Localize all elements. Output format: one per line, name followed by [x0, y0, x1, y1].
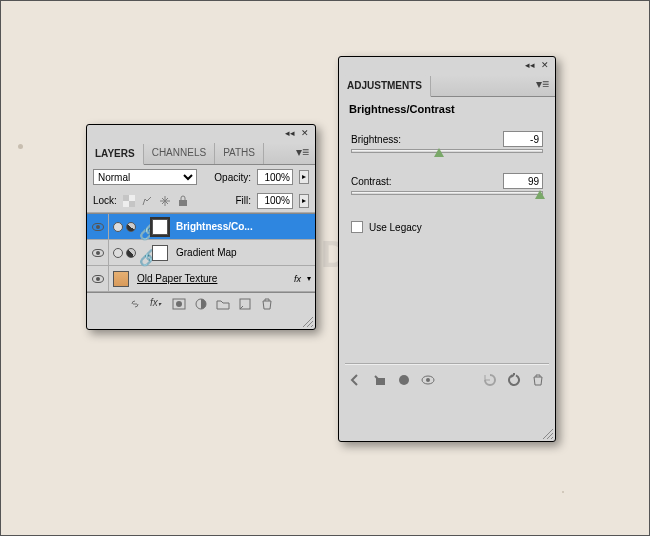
panel-menu-icon[interactable]: ▾≡ — [290, 143, 315, 164]
panel-menu-icon[interactable]: ▾≡ — [530, 75, 555, 96]
use-legacy-checkbox[interactable] — [351, 221, 363, 233]
view-previous-icon[interactable] — [397, 373, 411, 387]
slider-thumb[interactable] — [434, 148, 444, 157]
blend-mode-select[interactable]: Normal — [93, 169, 197, 185]
visibility-toggle[interactable] — [87, 240, 109, 265]
bg-speck — [18, 144, 23, 149]
link-layers-icon[interactable] — [128, 297, 142, 311]
clip-to-layer-icon[interactable] — [373, 373, 387, 387]
close-icon[interactable]: ✕ — [538, 59, 551, 72]
reset-icon[interactable] — [507, 373, 521, 387]
svg-rect-4 — [179, 200, 187, 206]
resize-grip[interactable] — [301, 315, 313, 327]
mask-thumbnail[interactable] — [152, 245, 168, 261]
adjustment-icon — [126, 222, 136, 232]
visibility-toggle[interactable] — [87, 266, 109, 291]
panel-tabbar: LAYERS CHANNELS PATHS ▾≡ — [87, 143, 315, 165]
bg-speck — [562, 491, 564, 493]
eye-icon — [92, 275, 104, 283]
brightness-input[interactable] — [503, 131, 543, 147]
contrast-label: Contrast: — [351, 176, 392, 187]
new-layer-icon[interactable] — [238, 297, 252, 311]
layer-row-old-paper-texture[interactable]: Old Paper Texture fx ▾ — [87, 266, 315, 292]
lock-transparency-icon[interactable] — [123, 195, 135, 207]
group-icon[interactable] — [216, 297, 230, 311]
opacity-label: Opacity: — [214, 172, 251, 183]
lock-position-icon[interactable] — [159, 195, 171, 207]
fx-label: fx — [294, 274, 303, 284]
fx-icon[interactable]: fx▾ — [150, 297, 164, 311]
eye-icon — [92, 249, 104, 257]
lock-pixels-icon[interactable] — [141, 195, 153, 207]
close-icon[interactable]: ✕ — [298, 127, 311, 140]
opacity-flyout[interactable]: ▸ — [299, 170, 309, 184]
fx-expand-icon[interactable]: ▾ — [303, 274, 315, 283]
contrast-slider[interactable] — [351, 191, 543, 195]
link-icon: 🔗 — [139, 222, 149, 232]
visibility-toggle[interactable] — [87, 214, 109, 239]
contrast-input[interactable] — [503, 173, 543, 189]
smart-filter-icon — [113, 248, 123, 258]
mask-thumbnail[interactable] — [152, 219, 168, 235]
svg-rect-2 — [129, 195, 135, 201]
mask-icon[interactable] — [172, 297, 186, 311]
svg-point-6 — [176, 301, 182, 307]
collapse-icon[interactable]: ◂◂ — [283, 127, 296, 140]
adjustments-panel: ◂◂ ✕ ADJUSTMENTS ▾≡ Brightness/Contrast … — [338, 56, 556, 442]
fill-input[interactable] — [257, 193, 293, 209]
fill-flyout[interactable]: ▸ — [299, 194, 309, 208]
back-icon[interactable] — [349, 373, 363, 387]
smart-object-thumbnail[interactable] — [113, 271, 129, 287]
lock-label: Lock: — [93, 195, 117, 206]
layer-row-gradient-map[interactable]: 🔗 Gradient Map — [87, 240, 315, 266]
layers-panel: ◂◂ ✕ LAYERS CHANNELS PATHS ▾≡ Normal Opa… — [86, 124, 316, 330]
resize-grip[interactable] — [541, 427, 553, 439]
adjustment-title: Brightness/Contrast — [339, 97, 555, 125]
reset-previous-icon[interactable] — [483, 373, 497, 387]
opacity-input[interactable] — [257, 169, 293, 185]
brightness-slider[interactable] — [351, 149, 543, 153]
adjustment-icon — [126, 248, 136, 258]
collapse-icon[interactable]: ◂◂ — [523, 59, 536, 72]
trash-icon[interactable] — [531, 373, 545, 387]
use-legacy-label: Use Legacy — [369, 222, 422, 233]
lock-all-icon[interactable] — [177, 195, 189, 207]
trash-icon[interactable] — [260, 297, 274, 311]
layer-row-brightness-contrast[interactable]: 🔗 Brightness/Co... — [87, 214, 315, 240]
tab-paths[interactable]: PATHS — [215, 143, 264, 164]
tab-adjustments[interactable]: ADJUSTMENTS — [339, 76, 431, 97]
smart-filter-icon — [113, 222, 123, 232]
toggle-visibility-icon[interactable] — [421, 373, 435, 387]
svg-rect-3 — [123, 201, 129, 207]
adjustments-footer — [339, 365, 555, 395]
layer-list: 🔗 Brightness/Co... 🔗 Gradient Map Old Pa… — [87, 213, 315, 293]
layer-name: Gradient Map — [172, 247, 315, 258]
svg-point-12 — [426, 378, 430, 382]
adjustment-layer-icon[interactable] — [194, 297, 208, 311]
layer-name: Brightness/Co... — [172, 221, 315, 232]
link-icon: 🔗 — [139, 248, 149, 258]
svg-rect-0 — [123, 195, 129, 201]
svg-rect-1 — [129, 201, 135, 207]
tab-channels[interactable]: CHANNELS — [144, 143, 215, 164]
layer-name: Old Paper Texture — [133, 273, 294, 284]
layers-footer: fx▾ — [87, 293, 315, 315]
slider-thumb[interactable] — [535, 190, 545, 199]
svg-point-10 — [399, 375, 409, 385]
eye-icon — [92, 223, 104, 231]
tab-layers[interactable]: LAYERS — [87, 144, 144, 165]
brightness-label: Brightness: — [351, 134, 401, 145]
fill-label: Fill: — [235, 195, 251, 206]
